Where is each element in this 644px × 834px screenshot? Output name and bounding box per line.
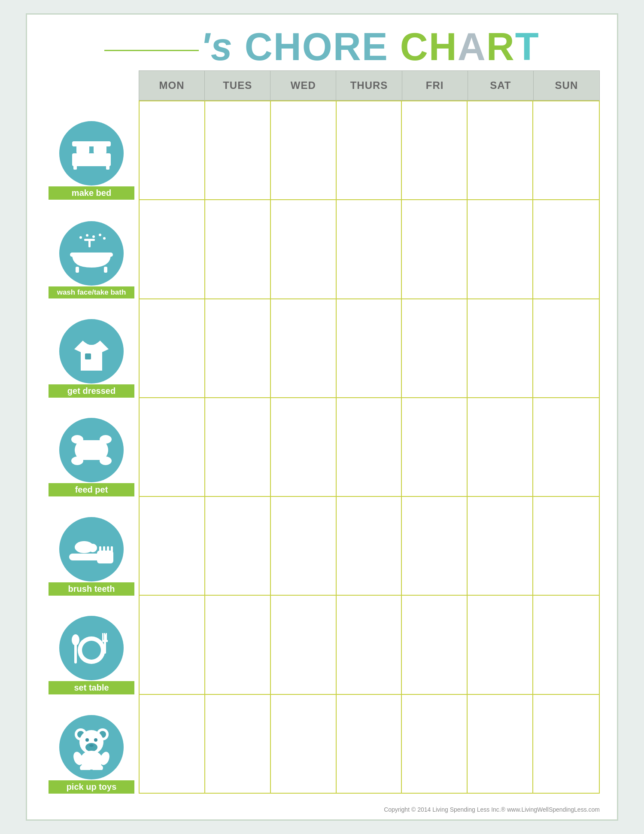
chore-row-set-table <box>140 596 599 694</box>
svg-point-30 <box>88 544 97 552</box>
cell-set-table-sat[interactable] <box>468 596 533 694</box>
cell-wash-face-sat[interactable] <box>468 200 533 298</box>
make-bed-label: make bed <box>49 186 134 200</box>
cell-pick-up-toys-sat[interactable] <box>468 695 533 793</box>
day-header-sat: SAT <box>468 71 534 100</box>
cell-brush-teeth-tues[interactable] <box>205 497 271 595</box>
cell-pick-up-toys-wed[interactable] <box>271 695 337 793</box>
cell-pick-up-toys-fri[interactable] <box>402 695 468 793</box>
cell-feed-pet-tues[interactable] <box>205 398 271 496</box>
cell-wash-face-sun[interactable] <box>533 200 599 298</box>
cell-brush-teeth-sat[interactable] <box>468 497 533 595</box>
cell-make-bed-thurs[interactable] <box>337 101 402 199</box>
chore-column: make bed <box>44 70 139 794</box>
chore-item-set-table: set table <box>44 596 139 695</box>
cell-make-bed-mon[interactable] <box>140 101 205 199</box>
svg-point-14 <box>99 234 101 236</box>
cell-set-table-wed[interactable] <box>271 596 337 694</box>
cell-get-dressed-tues[interactable] <box>205 299 271 397</box>
bone-icon <box>68 431 115 469</box>
svg-rect-28 <box>111 546 113 552</box>
cell-wash-face-mon[interactable] <box>140 200 205 298</box>
cell-wash-face-wed[interactable] <box>271 200 337 298</box>
svg-rect-6 <box>70 253 113 257</box>
svg-rect-39 <box>102 640 108 642</box>
cell-pick-up-toys-thurs[interactable] <box>337 695 402 793</box>
cell-feed-pet-thurs[interactable] <box>337 398 402 496</box>
cell-get-dressed-mon[interactable] <box>140 299 205 397</box>
cell-set-table-fri[interactable] <box>402 596 468 694</box>
cell-brush-teeth-sun[interactable] <box>533 497 599 595</box>
shirt-icon <box>72 330 111 373</box>
cell-wash-face-thurs[interactable] <box>337 200 402 298</box>
get-dressed-label: get dressed <box>49 384 134 398</box>
cell-wash-face-tues[interactable] <box>205 200 271 298</box>
svg-rect-8 <box>104 267 107 273</box>
cell-set-table-sun[interactable] <box>533 596 599 694</box>
chore-item-get-dressed: get dressed <box>44 298 139 398</box>
cell-brush-teeth-fri[interactable] <box>402 497 468 595</box>
plate-icon <box>68 628 115 669</box>
cell-feed-pet-sun[interactable] <box>533 398 599 496</box>
cell-make-bed-wed[interactable] <box>271 101 337 199</box>
cell-feed-pet-fri[interactable] <box>402 398 468 496</box>
cell-make-bed-tues[interactable] <box>205 101 271 199</box>
svg-rect-34 <box>74 644 77 664</box>
toothbrush-icon <box>67 530 116 569</box>
title-area: 's CHORE CHART <box>44 27 600 66</box>
name-underline <box>104 50 199 51</box>
title-h: H <box>429 25 458 68</box>
feed-pet-circle <box>59 418 124 482</box>
svg-rect-10 <box>84 239 95 241</box>
title-chore: CHORE <box>245 25 400 68</box>
cell-brush-teeth-thurs[interactable] <box>337 497 402 595</box>
day-header-wed: WED <box>270 71 336 100</box>
cell-get-dressed-sun[interactable] <box>533 299 599 397</box>
day-header-mon: MON <box>139 71 205 100</box>
cell-make-bed-sun[interactable] <box>533 101 599 199</box>
cell-pick-up-toys-tues[interactable] <box>205 695 271 793</box>
copyright-text: Copyright © 2014 Living Spending Less In… <box>384 806 600 813</box>
feed-pet-label: feed pet <box>49 483 134 496</box>
cell-set-table-thurs[interactable] <box>337 596 402 694</box>
svg-rect-3 <box>72 141 111 146</box>
svg-rect-26 <box>103 546 105 552</box>
day-header-tues: TUES <box>205 71 270 100</box>
svg-point-11 <box>79 236 82 239</box>
cell-set-table-mon[interactable] <box>140 596 205 694</box>
day-header-fri: FRI <box>402 71 468 100</box>
svg-point-13 <box>92 235 95 238</box>
chore-item-feed-pet: feed pet <box>44 398 139 497</box>
cell-get-dressed-sat[interactable] <box>468 299 533 397</box>
cell-wash-face-fri[interactable] <box>402 200 468 298</box>
cell-get-dressed-wed[interactable] <box>271 299 337 397</box>
title-c: C <box>400 25 429 68</box>
cell-feed-pet-sat[interactable] <box>468 398 533 496</box>
cell-set-table-tues[interactable] <box>205 596 271 694</box>
chore-row-get-dressed <box>140 299 599 398</box>
cell-get-dressed-fri[interactable] <box>402 299 468 397</box>
cell-make-bed-fri[interactable] <box>402 101 468 199</box>
title-apos-s: 's <box>200 25 244 68</box>
svg-point-32 <box>82 641 101 660</box>
cell-pick-up-toys-sun[interactable] <box>533 695 599 793</box>
cell-feed-pet-mon[interactable] <box>140 398 205 496</box>
chore-row-feed-pet <box>140 398 599 497</box>
brush-teeth-circle <box>59 517 124 581</box>
chore-row-brush-teeth <box>140 497 599 596</box>
cell-pick-up-toys-mon[interactable] <box>140 695 205 793</box>
svg-point-33 <box>72 634 79 645</box>
svg-rect-16 <box>85 353 91 359</box>
cell-brush-teeth-mon[interactable] <box>140 497 205 595</box>
cell-get-dressed-thurs[interactable] <box>337 299 402 397</box>
cell-feed-pet-wed[interactable] <box>271 398 337 496</box>
svg-rect-36 <box>102 633 103 641</box>
day-header-sun: SUN <box>534 71 599 100</box>
cell-make-bed-sat[interactable] <box>468 101 533 199</box>
chore-item-make-bed: make bed <box>44 100 139 200</box>
chore-item-brush-teeth: brush teeth <box>44 496 139 596</box>
bed-icon <box>70 136 113 170</box>
chore-grid-rows <box>139 100 600 794</box>
cell-brush-teeth-wed[interactable] <box>271 497 337 595</box>
pick-up-toys-label: pick up toys <box>49 780 134 794</box>
